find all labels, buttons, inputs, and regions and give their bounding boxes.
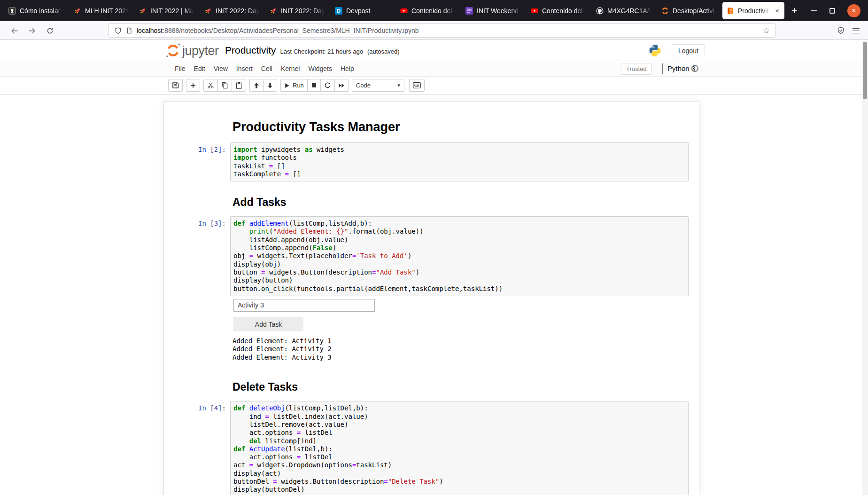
kernel-idle-indicator <box>691 65 698 72</box>
code-line: button = widgets.Button(description="Add… <box>233 268 686 276</box>
menu-cell[interactable]: Cell <box>257 62 277 76</box>
app-menu-button[interactable] <box>848 23 863 38</box>
save-button[interactable] <box>168 79 183 92</box>
browser-tab[interactable]: INIT Weekend <box>461 2 526 19</box>
browser-tab[interactable]: Contenido del <box>396 2 460 19</box>
code-line: del listComp[ind] <box>233 437 686 445</box>
move-cell-down-button[interactable] <box>263 79 277 92</box>
code-line: def deleteObj(listComp,listDel,b): <box>233 404 686 412</box>
menu-help[interactable]: Help <box>336 62 358 76</box>
code-line: display(buttonDel) <box>233 486 686 494</box>
browser-navbar: localhost:8888/notebooks/Desktop/Activid… <box>0 21 868 40</box>
scrollbar-track[interactable] <box>862 40 868 495</box>
paste-cell-button[interactable] <box>232 79 246 92</box>
forward-button[interactable] <box>24 23 39 38</box>
logout-button[interactable]: Logout <box>672 44 705 57</box>
tab-close-icon[interactable]: × <box>774 7 780 15</box>
restart-run-all-button[interactable] <box>334 79 349 92</box>
browser-tab[interactable]: Contenido del <box>527 2 591 19</box>
url-host: localhost <box>137 27 163 34</box>
code-cell: In [4]:def deleteObj(listComp,listDel,b)… <box>171 397 689 495</box>
navbar-right <box>833 23 868 38</box>
protections-shield-button[interactable] <box>833 23 848 38</box>
menu-items: FileEditViewInsertCellKernelWidgetsHelp <box>170 61 358 76</box>
add-task-widget-button[interactable]: Add Task <box>233 317 303 331</box>
markdown-cell: Add Tasks <box>171 185 689 212</box>
input-prompt: In [3]: <box>171 216 230 361</box>
plus-icon <box>190 82 196 89</box>
restart-kernel-button[interactable] <box>320 79 335 92</box>
code-cell: In [2]:import ipywidgets as widgetsimpor… <box>171 139 689 185</box>
menu-view[interactable]: View <box>209 62 232 76</box>
widget-output-area: Add Task <box>230 299 689 331</box>
code-editor[interactable]: import ipywidgets as widgetsimport funct… <box>230 142 689 181</box>
notebook-title[interactable]: Productivity <box>225 45 276 56</box>
tracking-shield-icon[interactable] <box>115 27 122 34</box>
browser-tab[interactable]: INIT 2022 | Ma <box>135 2 199 19</box>
restore-icon[interactable] <box>829 8 835 14</box>
browser-tab[interactable]: M4XG4RC1A/E <box>592 2 656 19</box>
task-text-input[interactable] <box>233 299 375 312</box>
arrow-down-icon <box>267 82 273 89</box>
code-editor[interactable]: def deleteObj(listComp,listDel,b): ind =… <box>230 401 689 495</box>
tab-label: INIT 2022: Day <box>216 7 260 15</box>
menu-insert[interactable]: Insert <box>232 62 257 76</box>
cell-type-select[interactable]: Code ▾ <box>352 79 404 92</box>
heading-productivity-tasks-manager: Productivity Tasks Manager <box>232 119 689 135</box>
move-cell-up-button[interactable] <box>249 79 264 92</box>
bookmark-star-icon[interactable]: ☆ <box>763 26 770 36</box>
run-label: Run <box>293 82 304 89</box>
command-palette-button[interactable] <box>409 79 425 92</box>
browser-tab-active[interactable]: Productivity× <box>722 2 784 19</box>
tab-label: Desktop/Activi <box>673 7 717 15</box>
code-line: display(act) <box>233 470 686 478</box>
menu-edit[interactable]: Edit <box>190 62 209 76</box>
browser-tab[interactable]: Cómo instalar <box>4 2 69 19</box>
tab-label: Contenido del <box>411 7 456 15</box>
cut-cell-button[interactable] <box>203 79 218 92</box>
browser-tab[interactable]: DDevpost <box>331 2 395 19</box>
rocket-icon <box>204 7 212 15</box>
page-info-icon[interactable] <box>126 27 132 34</box>
browser-tab[interactable]: MLH INIT 2021 <box>70 2 134 19</box>
code-line: taskComplete = [] <box>233 170 686 178</box>
browser-tab[interactable]: INIT 2022: Day <box>265 2 330 19</box>
app-icon <box>8 7 16 15</box>
back-button[interactable] <box>7 23 22 38</box>
tab-label: MLH INIT 2021 <box>85 7 130 15</box>
copy-cell-button[interactable] <box>217 79 232 92</box>
menu-file[interactable]: File <box>170 62 190 76</box>
tab-label: Devpost <box>346 7 391 15</box>
window-close-icon[interactable]: × <box>847 4 860 17</box>
add-cell-button[interactable] <box>186 79 200 92</box>
run-button[interactable]: Run <box>280 79 308 92</box>
input-prompt: In [2]: <box>171 142 230 181</box>
code-line: listComp.append(False) <box>233 244 686 252</box>
scrollbar-thumb[interactable] <box>863 42 867 99</box>
tab-label: INIT 2022: Day <box>281 7 326 15</box>
rocket-icon <box>139 7 147 15</box>
minimize-icon[interactable] <box>811 10 817 11</box>
browser-tab[interactable]: Desktop/Activi <box>657 2 721 19</box>
markdown-cell: Productivity Tasks Manager <box>171 106 689 139</box>
trusted-button[interactable]: Trusted <box>621 63 652 75</box>
cut-icon <box>207 82 214 89</box>
menu-kernel[interactable]: Kernel <box>277 62 304 76</box>
url-bar[interactable]: localhost:8888/notebooks/Desktop/Activid… <box>108 24 776 38</box>
reload-icon <box>46 27 54 34</box>
code-editor[interactable]: def addElement(listComp,listAdd,b): prin… <box>230 216 689 296</box>
notebook-area: Productivity Tasks ManagerIn [2]:import … <box>0 95 868 495</box>
kernel-divider <box>662 63 663 74</box>
reload-button[interactable] <box>42 23 57 38</box>
paste-icon <box>235 82 242 89</box>
menu-widgets[interactable]: Widgets <box>304 62 336 76</box>
jupyter-logo[interactable]: jupyter <box>165 42 219 58</box>
new-tab-button[interactable]: + <box>785 5 804 17</box>
browser-tab[interactable]: INIT 2022: Day <box>200 2 264 19</box>
code-cell: In [3]:def addElement(listComp,listAdd,b… <box>171 212 689 365</box>
code-line: print("Added Element: {}".format(obj.val… <box>233 228 686 236</box>
screen: Cómo instalarMLH INIT 2021INIT 2022 | Ma… <box>0 0 868 495</box>
code-line: display(obj) <box>233 260 686 268</box>
interrupt-kernel-button[interactable] <box>307 79 321 92</box>
notebook-menubar: FileEditViewInsertCellKernelWidgetsHelp … <box>0 61 868 77</box>
